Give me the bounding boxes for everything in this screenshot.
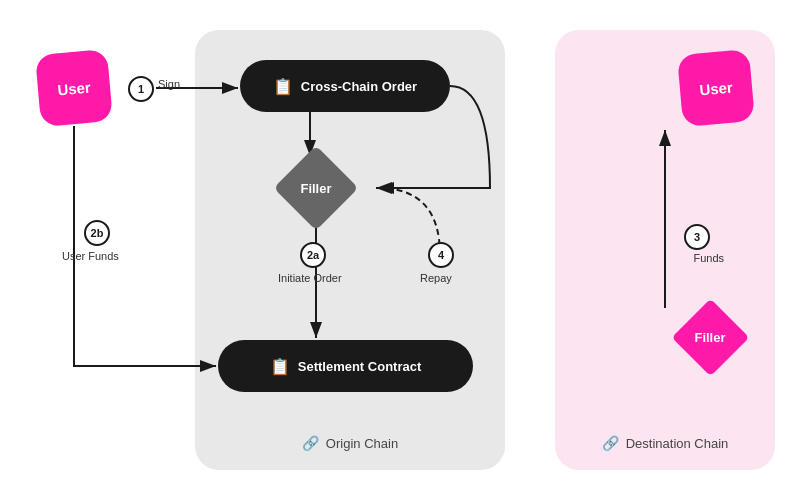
dest-chain-icon: 🔗: [602, 434, 620, 452]
origin-panel-label: 🔗 Origin Chain: [302, 434, 398, 452]
step4-label: Repay: [420, 272, 452, 284]
settlement-contract-node: 📋 Settlement Contract: [218, 340, 473, 392]
origin-chain-text: Origin Chain: [326, 436, 398, 451]
dest-chain-text: Destination Chain: [626, 436, 729, 451]
step2a-circle: 2a: [300, 242, 326, 268]
user-right-node: User: [677, 49, 755, 127]
cross-chain-order-node: 📋 Cross-Chain Order: [240, 60, 450, 112]
step2b-circle: 2b: [84, 220, 110, 246]
step1-circle: 1: [128, 76, 154, 102]
settlement-contract-text: Settlement Contract: [298, 359, 422, 374]
step4-circle: 4: [428, 242, 454, 268]
cross-chain-order-icon: 📋: [273, 77, 293, 96]
step1-label: Sign: [158, 78, 180, 90]
step2a-label: Initiate Order: [278, 272, 342, 284]
origin-chain-icon: 🔗: [302, 434, 320, 452]
step3-circle: 3: [684, 224, 710, 250]
diagram-container: 🔗 Origin Chain 🔗 Destination Chain User …: [0, 0, 800, 504]
step2b-label: User Funds: [62, 250, 119, 262]
step3-label: Funds: [693, 252, 724, 264]
user-left-node: User: [35, 49, 113, 127]
dest-panel-label: 🔗 Destination Chain: [602, 434, 729, 452]
cross-chain-order-text: Cross-Chain Order: [301, 79, 417, 94]
settlement-contract-icon: 📋: [270, 357, 290, 376]
